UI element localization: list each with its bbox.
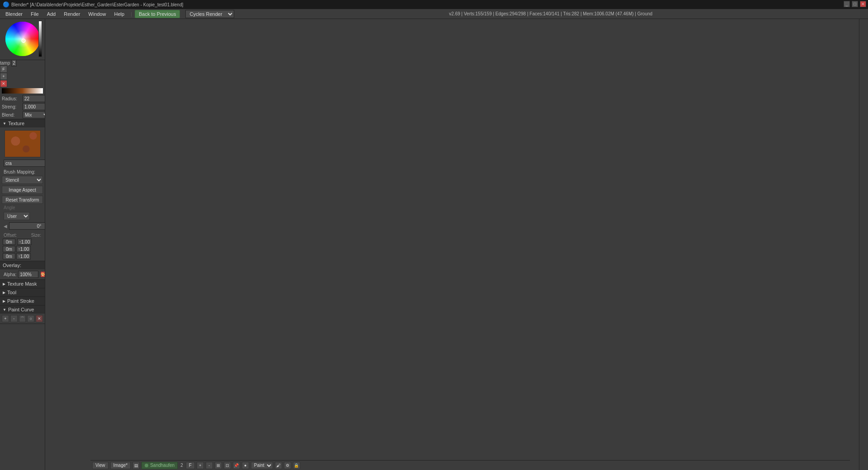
angle-input[interactable] bbox=[9, 222, 45, 230]
paint-curve-label: Paint Curve bbox=[8, 307, 34, 312]
paint-stroke-arrow-icon: ▶ bbox=[3, 299, 5, 303]
stamp-num: 2 bbox=[11, 60, 17, 66]
tool-arrow-icon: ▶ bbox=[3, 291, 5, 295]
curve-delete-button[interactable]: ✕ bbox=[36, 315, 43, 322]
mapping-type-select[interactable]: Stencil View Plane Tiled 3D Random bbox=[2, 176, 43, 184]
file-menu[interactable]: File bbox=[27, 10, 42, 18]
angle-row: ◀ ▶ bbox=[2, 221, 43, 230]
add-menu[interactable]: Add bbox=[43, 10, 60, 18]
blend-label: Blend: bbox=[2, 113, 21, 118]
pin-icon[interactable]: 📌 bbox=[233, 462, 240, 469]
window-menu[interactable]: Window bbox=[85, 10, 109, 18]
texture-name-input[interactable] bbox=[4, 160, 45, 167]
texture-mask-label: Texture Mask bbox=[7, 281, 37, 287]
stats-bar: v2.69 | Verts:155/159 | Edges:294/298 | … bbox=[235, 11, 866, 16]
layer-num: 2 bbox=[179, 463, 184, 468]
curve-remove-button[interactable]: - bbox=[10, 315, 18, 322]
blend-row: Blend: Mix Add Subtract bbox=[0, 111, 45, 119]
stamp-f-button[interactable]: F bbox=[0, 66, 7, 73]
value-slider[interactable] bbox=[38, 21, 42, 57]
paint-stroke-header[interactable]: ▶ Paint Stroke bbox=[0, 296, 45, 305]
user-row: User bbox=[2, 211, 43, 221]
size-z-input[interactable] bbox=[16, 253, 31, 259]
texture-name-row: F + ✕ bbox=[2, 159, 43, 167]
strength-input[interactable] bbox=[23, 103, 45, 110]
render-engine-select[interactable]: Cycles Render Blender Render bbox=[185, 10, 234, 18]
back-to-previous-button[interactable]: Back to Previous bbox=[135, 10, 180, 18]
offset-z-input[interactable] bbox=[3, 253, 15, 259]
user-select[interactable]: User bbox=[4, 212, 30, 220]
curve-smooth-button[interactable]: ⌒ bbox=[19, 315, 26, 322]
help-menu[interactable]: Help bbox=[110, 10, 128, 18]
main-area: tamp 2 F + ✕ Radius: ↑ Streng: ↑ Blend: … bbox=[0, 19, 868, 470]
mode-dot bbox=[145, 464, 148, 467]
stamp-close-button[interactable]: ✕ bbox=[0, 80, 7, 87]
brush-mapping-row: Brush Mapping: bbox=[2, 169, 43, 175]
alpha-row: Alpha: 🎨 bbox=[2, 270, 43, 278]
size-header: Size: bbox=[31, 233, 41, 238]
offset-row-3 bbox=[2, 253, 43, 260]
settings-icon[interactable]: ⚙ bbox=[284, 462, 291, 469]
alpha-input[interactable] bbox=[18, 271, 38, 278]
tool-section-header[interactable]: ▶ Tool bbox=[0, 288, 45, 296]
reset-transform-button[interactable]: Reset Transform bbox=[2, 196, 43, 204]
color-wheel[interactable] bbox=[5, 21, 41, 57]
grid-icon[interactable]: ⊞ bbox=[215, 462, 222, 469]
title-bar: 🔵 Blender* [A:\Data\blender\Projekte\Est… bbox=[0, 0, 868, 9]
stamp-add-button[interactable]: + bbox=[0, 73, 7, 80]
brush-icon[interactable]: 🖌 bbox=[275, 462, 282, 469]
texture-mask-header[interactable]: ▶ Texture Mask bbox=[0, 279, 45, 288]
close-button[interactable]: ✕ bbox=[860, 1, 866, 7]
overlay-section-header: Overlay: bbox=[0, 261, 45, 269]
angle-left-icon: ◀ bbox=[4, 224, 7, 229]
texture-thumbnail[interactable] bbox=[5, 130, 41, 157]
paint-stroke-label: Paint Stroke bbox=[7, 298, 34, 304]
texture-mask-arrow-icon: ▶ bbox=[3, 282, 5, 286]
expand-icon[interactable]: + bbox=[197, 462, 204, 469]
brush-mapping-section: Brush Mapping: Stencil View Plane Tiled … bbox=[0, 168, 45, 231]
mode-icon[interactable]: ▤ bbox=[132, 462, 140, 469]
viewport-container: View Image* ▤ Sandhaufen 2 F + - ⊞ ⊡ 📌 ●… bbox=[45, 19, 859, 470]
angle-label: Angle bbox=[2, 205, 43, 211]
paint-curve-icons: + - ⌒ ○ ✕ bbox=[0, 314, 45, 324]
size-y-input[interactable] bbox=[16, 246, 31, 252]
blender-menu[interactable]: Blender bbox=[2, 10, 26, 18]
color-gradient-bar bbox=[2, 88, 43, 94]
window-controls: _ □ ✕ bbox=[844, 1, 866, 7]
size-x-input[interactable] bbox=[17, 239, 32, 245]
mode-indicator: Sandhaufen bbox=[142, 462, 178, 469]
blend-select[interactable]: Mix Add Subtract bbox=[23, 111, 45, 118]
title-text: Blender* [A:\Data\blender\Projekte\Esthe… bbox=[11, 2, 183, 7]
offset-size-section: Offset: Size: bbox=[0, 231, 45, 261]
right-panel bbox=[859, 19, 868, 470]
paint-mode-select[interactable]: Paint bbox=[251, 462, 273, 469]
lock-icon[interactable]: 🔒 bbox=[293, 462, 300, 469]
paint-curve-header[interactable]: ▼ Paint Curve bbox=[0, 305, 45, 314]
maximize-button[interactable]: □ bbox=[852, 1, 858, 7]
paint-curve-arrow-icon: ▼ bbox=[3, 308, 6, 312]
image-aspect-button[interactable]: Image Aspect bbox=[2, 186, 43, 194]
render-menu[interactable]: Render bbox=[60, 10, 84, 18]
shrink-icon[interactable]: - bbox=[206, 462, 213, 469]
offset-y-input[interactable] bbox=[3, 246, 15, 252]
curve-circle-button[interactable]: ○ bbox=[27, 315, 34, 322]
blender-icon: 🔵 bbox=[3, 1, 9, 8]
strength-label: Streng: bbox=[2, 104, 21, 109]
menu-bar: Blender File Add Render Window Help | Ba… bbox=[0, 9, 868, 19]
radius-input[interactable] bbox=[23, 95, 45, 102]
offset-x-input[interactable] bbox=[3, 239, 15, 245]
texture-section-label: Texture bbox=[8, 121, 24, 126]
minimize-button[interactable]: _ bbox=[844, 1, 850, 7]
view3-icon[interactable]: ⊡ bbox=[224, 462, 231, 469]
image-button[interactable]: Image* bbox=[110, 462, 131, 469]
f-button[interactable]: F bbox=[186, 462, 195, 469]
alpha-picker-icon[interactable]: 🎨 bbox=[40, 271, 45, 277]
alpha-label: Alpha: bbox=[4, 272, 16, 277]
texture-pattern bbox=[5, 131, 40, 157]
color-picker-area bbox=[0, 19, 45, 60]
texture-section-header[interactable]: ▼ Texture bbox=[0, 119, 45, 127]
curve-add-button[interactable]: + bbox=[2, 315, 9, 322]
view-button[interactable]: View bbox=[92, 462, 108, 469]
strength-row: Streng: ↑ bbox=[0, 103, 45, 111]
dot-icon[interactable]: ● bbox=[242, 462, 249, 469]
